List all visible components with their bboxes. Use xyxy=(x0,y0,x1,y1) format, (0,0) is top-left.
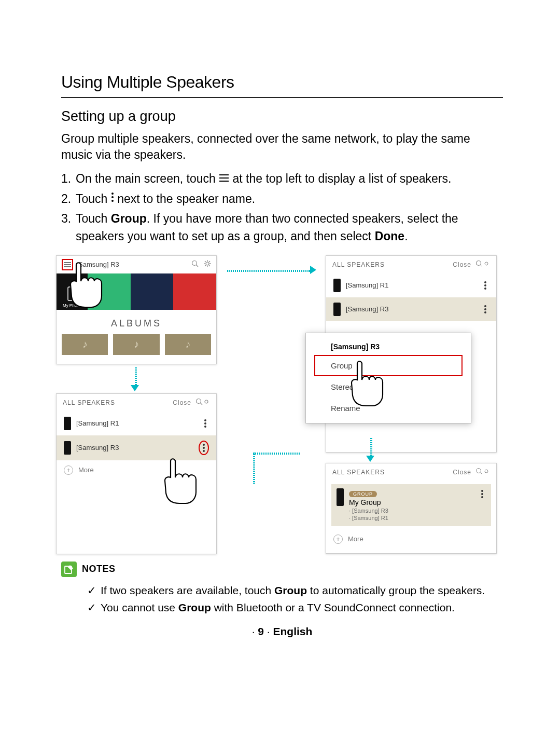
flow-arrow xyxy=(253,453,300,455)
close-button[interactable]: Close xyxy=(173,399,191,406)
plus-icon: + xyxy=(64,466,73,475)
svg-line-19 xyxy=(209,261,210,262)
album-thumb[interactable]: ♪ xyxy=(113,334,159,355)
speaker-name: [Samsung] R3 xyxy=(346,305,388,313)
album-thumb[interactable]: ♪ xyxy=(62,334,108,355)
speaker-row-selected[interactable]: [Samsung] R3 xyxy=(57,435,216,460)
popup-item-group-highlight[interactable]: Group xyxy=(314,355,463,376)
notes-header: NOTES xyxy=(61,562,503,577)
step1-text-a: On the main screen, touch xyxy=(76,172,219,185)
speaker-row-selected[interactable]: [Samsung] R3 xyxy=(326,297,496,321)
notes-icon xyxy=(61,562,77,577)
svg-line-10 xyxy=(197,265,199,267)
albums-heading: ALBUMS xyxy=(57,310,216,334)
more-label: More xyxy=(78,466,94,474)
search-icon[interactable] xyxy=(475,468,483,476)
flow-arrow xyxy=(253,453,255,484)
more-row[interactable]: + More xyxy=(57,460,216,480)
screenshot-speaker-list: bum C ALL SPEAKERS Close [Samsung] R1 [S… xyxy=(56,393,217,554)
color-tile xyxy=(131,273,174,310)
flow-arrow xyxy=(227,270,310,272)
arrow-head-icon xyxy=(131,385,139,391)
svg-point-5 xyxy=(111,200,114,202)
more-label: More xyxy=(348,535,363,543)
popup-item-stereo[interactable]: Stereo Set xyxy=(306,376,471,398)
my-phone-tile[interactable]: My Phone xyxy=(57,273,88,310)
search-icon[interactable] xyxy=(195,398,203,407)
hamburger-icon xyxy=(219,170,229,187)
note2-a: You cannot use xyxy=(101,601,178,613)
step2-text-a: Touch xyxy=(76,192,111,206)
kebab-menu-highlight[interactable] xyxy=(199,441,209,455)
group-row[interactable]: GROUP My Group · [Samsung] R3 · [Samsung… xyxy=(331,484,491,526)
check-icon: ✓ xyxy=(87,599,96,617)
popup-item-rename[interactable]: Rename xyxy=(306,398,471,419)
color-tile xyxy=(173,273,216,310)
step-number: 2. xyxy=(61,190,76,209)
svg-line-18 xyxy=(205,265,206,266)
svg-point-9 xyxy=(192,261,197,266)
close-button[interactable]: Close xyxy=(453,261,471,268)
svg-line-17 xyxy=(209,265,210,266)
step2-text-b: next to the speaker name. xyxy=(117,192,255,206)
svg-point-3 xyxy=(111,193,114,195)
plus-icon: + xyxy=(333,535,343,544)
speaker-row[interactable]: [Samsung] R1 xyxy=(57,412,216,435)
arrow-head-icon xyxy=(310,266,316,274)
intro-text: Group multiple speakers, connected over … xyxy=(61,131,503,163)
device-title: Samsung] R3 xyxy=(78,261,119,268)
speaker-name: [Samsung] R3 xyxy=(76,444,119,451)
svg-point-24 xyxy=(205,400,208,403)
all-speakers-heading: ALL SPEAKERS xyxy=(332,469,385,476)
svg-point-4 xyxy=(111,196,114,198)
speaker-icon xyxy=(64,417,71,430)
flow-arrow xyxy=(370,438,372,456)
svg-point-22 xyxy=(197,399,201,404)
gear-icon[interactable] xyxy=(204,260,211,269)
album-thumb[interactable]: ♪ xyxy=(165,334,211,355)
speaker-icon xyxy=(64,441,71,455)
kebab-menu-button[interactable] xyxy=(479,488,486,522)
my-phone-label: My Phone xyxy=(63,303,81,308)
svg-line-29 xyxy=(481,473,483,475)
gear-icon[interactable] xyxy=(483,260,490,269)
gear-icon[interactable] xyxy=(203,398,210,407)
steps-list: 1. On the main screen, touch at the top … xyxy=(61,170,503,245)
svg-point-30 xyxy=(485,470,488,473)
check-icon: ✓ xyxy=(87,582,96,599)
note1-c: to automatically group the speakers. xyxy=(307,584,485,596)
more-row[interactable]: + More xyxy=(326,529,496,549)
kebab-icon xyxy=(111,190,114,207)
speaker-icon xyxy=(333,279,341,292)
kebab-menu-button[interactable] xyxy=(482,304,489,315)
close-button[interactable]: Close xyxy=(453,469,471,476)
step3-bold-group: Group xyxy=(111,212,147,225)
step3-bold-done: Done xyxy=(375,229,405,243)
speaker-row[interactable]: [Samsung] R1 xyxy=(326,273,496,297)
kebab-menu-button[interactable] xyxy=(202,418,209,429)
svg-point-11 xyxy=(206,262,209,265)
svg-line-23 xyxy=(201,403,203,405)
search-icon[interactable] xyxy=(191,260,199,269)
page-language: English xyxy=(273,625,313,637)
svg-point-21 xyxy=(72,298,73,299)
speaker-icon xyxy=(333,303,341,316)
step-number: 3. xyxy=(61,210,76,245)
search-icon[interactable] xyxy=(475,260,483,269)
context-popup: [Samsung] R3 Group Stereo Set Rename xyxy=(305,333,471,423)
step3-text-e: . xyxy=(404,229,408,243)
gear-icon[interactable] xyxy=(483,468,490,476)
popup-title: [Samsung] R3 xyxy=(306,337,471,355)
note1-a: If two speakers are available, touch xyxy=(101,584,274,596)
page-number: 9 xyxy=(258,625,264,637)
svg-line-16 xyxy=(205,261,206,262)
all-speakers-heading: ALL SPEAKERS xyxy=(332,261,385,268)
flow-arrow xyxy=(135,367,137,385)
hamburger-highlight[interactable] xyxy=(62,259,73,270)
page-title: Using Multiple Speakers xyxy=(61,73,503,98)
speaker-icon xyxy=(337,488,344,506)
screenshot-group-result: ALL SPEAKERS Close GROUP My Group · [Sam… xyxy=(326,463,497,554)
diagram-area: Samsung] R3 My Phone ALBUMS ♪ ♪ ♪ xyxy=(56,255,497,556)
kebab-menu-button[interactable] xyxy=(482,280,489,291)
note1-bold: Group xyxy=(274,584,307,596)
